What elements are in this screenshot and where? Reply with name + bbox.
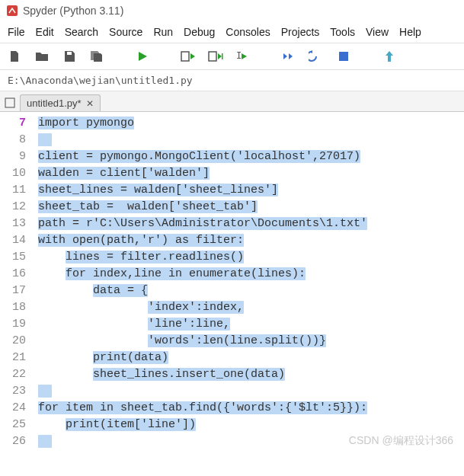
open-folder-icon[interactable] xyxy=(34,48,50,65)
code-line[interactable] xyxy=(38,383,464,400)
panel-menu-icon[interactable] xyxy=(3,96,17,110)
window-title: Spyder (Python 3.11) xyxy=(23,5,123,17)
code-line[interactable]: import pymongo xyxy=(38,115,464,132)
run-icon[interactable] xyxy=(134,48,151,65)
up-arrow-icon[interactable] xyxy=(381,48,398,65)
close-icon[interactable]: ✕ xyxy=(86,98,94,109)
code-line[interactable]: sheet_tab = walden['sheet_tab'] xyxy=(38,199,464,216)
code-editor[interactable]: 7891011121314151617181920212223242526 im… xyxy=(0,112,464,453)
code-line[interactable]: print(item['line']) xyxy=(38,417,464,433)
code-line[interactable]: for index,line in enumerate(lines): xyxy=(38,266,464,283)
line-gutter: 7891011121314151617181920212223242526 xyxy=(0,112,35,453)
new-file-icon[interactable] xyxy=(6,48,23,65)
code-line[interactable]: sheet_lines.insert_one(data) xyxy=(38,366,464,383)
menu-run[interactable]: Run xyxy=(149,23,178,41)
menu-projects[interactable]: Projects xyxy=(277,23,325,41)
svg-rect-6 xyxy=(339,52,348,61)
menu-source[interactable]: Source xyxy=(104,23,147,41)
svg-rect-4 xyxy=(222,53,223,59)
menu-debug[interactable]: Debug xyxy=(179,23,219,41)
editor-tabs: untitled1.py* ✕ xyxy=(0,91,464,112)
debug-icon[interactable] xyxy=(280,48,297,65)
toolbar: I xyxy=(0,43,464,70)
run-cell-icon[interactable] xyxy=(180,48,197,65)
tab-label: untitled1.py* xyxy=(27,97,82,109)
code-line[interactable]: with open(path,'r') as filter: xyxy=(38,232,464,249)
svg-rect-2 xyxy=(181,52,189,61)
menu-consoles[interactable]: Consoles xyxy=(221,23,274,41)
svg-rect-1 xyxy=(67,52,72,55)
menu-edit[interactable]: Edit xyxy=(31,23,59,41)
code-line[interactable]: for item in sheet_tab.find({'words':{'$l… xyxy=(38,400,464,417)
stop-icon[interactable] xyxy=(335,48,352,65)
menu-search[interactable]: Search xyxy=(60,23,103,41)
debug-step-icon[interactable] xyxy=(308,48,325,65)
save-icon[interactable] xyxy=(61,48,78,65)
path-bar: E:\Anaconda\wejian\untitled1.py xyxy=(0,70,464,91)
save-all-icon[interactable] xyxy=(88,48,105,65)
menu-tools[interactable]: Tools xyxy=(325,23,360,41)
spyder-logo-icon xyxy=(6,5,18,17)
code-line[interactable]: lines = filter.readlines() xyxy=(38,249,464,266)
svg-rect-7 xyxy=(5,98,14,107)
code-line[interactable]: 'index':index, xyxy=(38,299,464,316)
code-line[interactable]: print(data) xyxy=(38,350,464,366)
code-line[interactable] xyxy=(38,433,464,450)
menubar: File Edit Search Source Run Debug Consol… xyxy=(0,21,464,43)
menu-view[interactable]: View xyxy=(361,23,393,41)
code-line[interactable]: path = r'C:\Users\Administrator\Document… xyxy=(38,216,464,232)
svg-text:I: I xyxy=(236,50,242,61)
code-line[interactable] xyxy=(38,132,464,149)
titlebar: Spyder (Python 3.11) xyxy=(0,0,464,21)
menu-file[interactable]: File xyxy=(3,23,30,41)
menu-help[interactable]: Help xyxy=(395,23,426,41)
code-line[interactable]: data = { xyxy=(38,283,464,299)
code-line[interactable]: 'words':len(line.split())} xyxy=(38,333,464,350)
code-line[interactable]: 'line':line, xyxy=(38,316,464,333)
code-area[interactable]: import pymongo client = pymongo.MongoCli… xyxy=(35,112,464,453)
code-line[interactable]: client = pymongo.MongoClient('localhost'… xyxy=(38,149,464,165)
code-line[interactable]: sheet_lines = walden['sheet_lines'] xyxy=(38,182,464,199)
svg-rect-3 xyxy=(209,52,216,61)
svg-rect-0 xyxy=(7,5,18,16)
tab-untitled1[interactable]: untitled1.py* ✕ xyxy=(20,94,101,111)
run-selection-icon[interactable]: I xyxy=(235,48,251,65)
run-cell-advance-icon[interactable] xyxy=(207,48,224,65)
code-line[interactable]: walden = client['walden'] xyxy=(38,165,464,182)
